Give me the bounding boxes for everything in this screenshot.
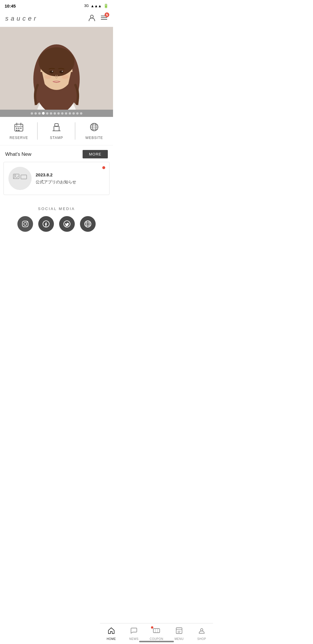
status-icons: 3G ▲▲▲ 🔋 bbox=[84, 3, 108, 8]
action-btn-reserve[interactable]: RESERVE bbox=[0, 117, 38, 145]
more-button[interactable]: MORE bbox=[83, 150, 108, 158]
carousel-dot-13[interactable] bbox=[80, 112, 82, 115]
news-date: 2023.8.2 bbox=[36, 172, 105, 177]
svg-point-36 bbox=[27, 222, 28, 222]
nav-label-home: HOME bbox=[107, 637, 113, 641]
carousel-dot-11[interactable] bbox=[72, 112, 75, 115]
instagram-button[interactable] bbox=[17, 216, 33, 232]
whats-new-header: What's New MORE bbox=[0, 145, 113, 162]
carousel-dot-5[interactable] bbox=[50, 112, 52, 115]
svg-rect-23 bbox=[16, 130, 17, 131]
signal-bars-icon: ▲▲▲ bbox=[90, 4, 102, 8]
twitter-button[interactable] bbox=[59, 216, 75, 232]
carousel-dot-3[interactable] bbox=[42, 112, 45, 115]
carousel-dot-0[interactable] bbox=[31, 112, 33, 115]
header-icons: N bbox=[88, 14, 108, 23]
svg-rect-25 bbox=[54, 126, 59, 131]
svg-rect-22 bbox=[20, 128, 21, 129]
svg-point-12 bbox=[52, 71, 53, 72]
svg-point-13 bbox=[62, 71, 63, 72]
nav-item-home[interactable]: HOME bbox=[100, 623, 113, 644]
social-icons bbox=[5, 216, 108, 232]
svg-point-10 bbox=[50, 70, 54, 73]
status-bar: 10:45 3G ▲▲▲ 🔋 bbox=[0, 0, 113, 12]
svg-rect-21 bbox=[18, 128, 19, 129]
svg-rect-24 bbox=[18, 130, 19, 131]
carousel-dot-4[interactable] bbox=[46, 112, 48, 115]
carousel-dot-2[interactable] bbox=[38, 112, 41, 115]
action-buttons: RESERVE STAMP WEBSITE bbox=[0, 117, 113, 145]
notification-badge: N bbox=[105, 12, 109, 17]
news-unread-dot bbox=[102, 166, 105, 169]
website-label: WEBSITE bbox=[85, 136, 103, 140]
carousel-dot-7[interactable] bbox=[57, 112, 60, 115]
stamp-label: STAMP bbox=[50, 136, 63, 140]
website-icon bbox=[89, 122, 99, 134]
bottom-nav: HOME NEWS COUPON MENU SHOP bbox=[100, 623, 113, 644]
social-section: SOCIAL MEDIA bbox=[0, 200, 113, 240]
network-icon: 3G bbox=[84, 4, 89, 8]
news-content: 2023.8.2 公式アプリのお知らせ bbox=[36, 172, 105, 185]
carousel-dot-1[interactable] bbox=[34, 112, 37, 115]
carousel-dot-6[interactable] bbox=[54, 112, 56, 115]
svg-point-33 bbox=[14, 175, 16, 176]
svg-point-35 bbox=[24, 222, 27, 225]
header: saucer N bbox=[0, 12, 113, 27]
svg-point-15 bbox=[62, 75, 69, 79]
stamp-icon bbox=[52, 122, 61, 134]
carousel-dot-9[interactable] bbox=[65, 112, 67, 115]
news-thumbnail bbox=[8, 167, 32, 190]
menu-button[interactable]: N bbox=[100, 14, 108, 23]
reserve-label: RESERVE bbox=[10, 136, 28, 140]
reserve-icon bbox=[14, 122, 24, 134]
hero-image-container bbox=[0, 27, 113, 110]
profile-button[interactable] bbox=[88, 14, 96, 23]
svg-point-11 bbox=[59, 70, 63, 73]
carousel-dot-12[interactable] bbox=[76, 112, 79, 115]
carousel-dots bbox=[0, 110, 113, 117]
carousel-dot-8[interactable] bbox=[61, 112, 63, 115]
whats-new-title: What's New bbox=[5, 151, 31, 157]
action-btn-website[interactable]: WEBSITE bbox=[75, 117, 113, 145]
social-title: SOCIAL MEDIA bbox=[5, 207, 108, 211]
svg-point-0 bbox=[90, 15, 93, 18]
action-btn-stamp[interactable]: STAMP bbox=[38, 117, 75, 145]
svg-point-14 bbox=[44, 75, 51, 79]
battery-icon: 🔋 bbox=[103, 3, 108, 8]
carousel-dot-10[interactable] bbox=[69, 112, 71, 115]
hero-image bbox=[0, 27, 113, 110]
news-text: 公式アプリのお知らせ bbox=[36, 180, 105, 185]
logo: saucer bbox=[5, 15, 38, 22]
svg-rect-20 bbox=[16, 128, 17, 129]
nav-icon-home bbox=[108, 627, 113, 636]
svg-rect-32 bbox=[21, 175, 27, 179]
facebook-button[interactable] bbox=[38, 216, 54, 232]
status-time: 10:45 bbox=[5, 3, 16, 8]
svg-point-9 bbox=[39, 47, 74, 76]
website-social-button[interactable] bbox=[80, 216, 96, 232]
news-card[interactable]: 2023.8.2 公式アプリのお知らせ bbox=[3, 162, 110, 195]
